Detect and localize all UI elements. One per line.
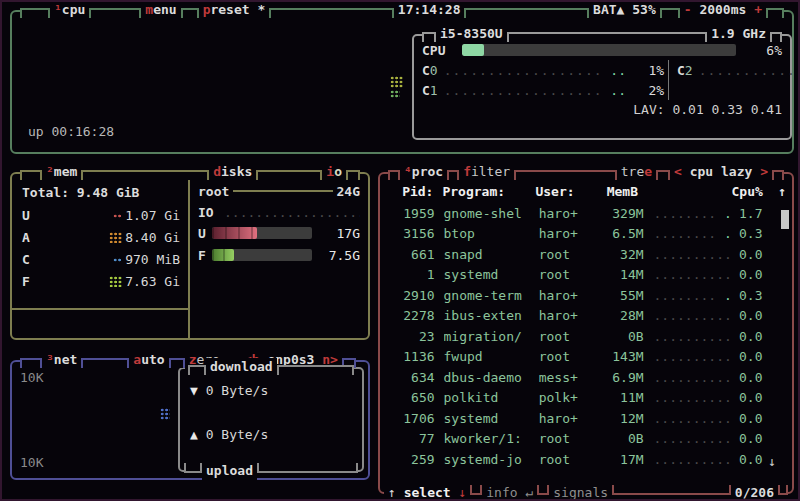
process-user: haro+: [539, 411, 595, 426]
process-cpu: 0.0: [739, 349, 770, 364]
border-stub: [20, 8, 50, 18]
border-stub: [447, 170, 459, 180]
header-program[interactable]: Program:: [442, 184, 535, 199]
process-cpu-graph: ..........: [644, 247, 739, 262]
mem-free-graph-dots: [109, 276, 122, 287]
sort-prev-arrow[interactable]: <: [674, 164, 682, 179]
process-pid: 3156: [386, 226, 435, 241]
process-row[interactable]: 1959 gnome-shel haro+ 329M ........ . 1.…: [386, 203, 786, 224]
process-row[interactable]: 2910 gnome-term haro+ 55M ........ . 0.3: [386, 285, 786, 306]
info-button[interactable]: info ↵: [482, 484, 537, 501]
panel-number: ⁴: [404, 164, 412, 179]
upload-title-row: upload: [184, 462, 358, 480]
preset-button[interactable]: preset *: [199, 1, 270, 19]
process-cpu: 0.0: [739, 247, 770, 262]
header-pid[interactable]: Pid:: [386, 184, 433, 199]
process-mem: 0B: [595, 431, 644, 446]
core-column-2: C2 .................. .. 15%: [668, 60, 800, 100]
process-cpu: 0.0: [739, 411, 770, 426]
mem-row-used: U 1.07 Gi: [22, 204, 180, 226]
interval-minus-button[interactable]: -: [684, 2, 692, 17]
process-name: systemd-jo: [444, 452, 539, 467]
process-cpu: 0.0: [739, 431, 770, 446]
core-row-c1: C1 .................. .. 2%: [422, 80, 664, 100]
select-control[interactable]: ↑ select ↓: [384, 484, 470, 501]
process-cpu: 0.0: [739, 370, 770, 385]
process-cpu-graph: ........ .: [644, 226, 739, 241]
net-scale-top: 10K: [20, 370, 43, 385]
process-row[interactable]: 1136 fwupd root 143M .......... 0.0: [386, 347, 786, 368]
disk-used-value: 17G: [320, 226, 360, 241]
net-scale-bottom: 10K: [20, 455, 43, 470]
io-toggle[interactable]: io: [322, 163, 346, 181]
process-name: btop: [444, 226, 539, 241]
process-row[interactable]: 23 migration/ root 0B .......... 0.0: [386, 326, 786, 347]
process-cpu: 0.0: [739, 329, 770, 344]
scroll-down-icon[interactable]: ↓: [768, 454, 776, 469]
tree-toggle[interactable]: tree: [617, 163, 656, 181]
cpu-detail-titles: i5-8350U 1.9 GHz: [422, 25, 782, 43]
process-pid: 1136: [386, 349, 435, 364]
process-row[interactable]: 1706 systemd haro+ 12M .......... 0.0: [386, 408, 786, 429]
menu-button[interactable]: menu: [141, 1, 180, 19]
process-cpu-graph: ........ .: [644, 206, 739, 221]
process-cpu-graph: ........ .: [644, 288, 739, 303]
process-name: kworker/1:: [444, 431, 539, 446]
process-user: haro+: [539, 206, 595, 221]
process-pid: 1959: [386, 206, 435, 221]
interval-plus-button[interactable]: +: [754, 2, 762, 17]
process-cpu-graph: ..........: [644, 452, 739, 467]
process-list: 1959 gnome-shel haro+ 329M ........ . 1.…: [386, 203, 786, 470]
process-row[interactable]: 259 systemd-jo root 17M .......... 0.0: [386, 449, 786, 470]
process-row[interactable]: 77 kworker/1: root 0B .......... 0.0: [386, 429, 786, 450]
process-row[interactable]: 634 dbus-daemo mess+ 6.9M .......... 0.0: [386, 367, 786, 388]
process-name: fwupd: [444, 349, 539, 364]
panel-number: ¹: [54, 2, 62, 17]
process-pid: 2278: [386, 308, 435, 323]
border-stub: [81, 170, 209, 180]
header-user[interactable]: User:: [535, 184, 590, 199]
process-cpu-graph: ..........: [644, 411, 739, 426]
border-stub: [256, 170, 322, 180]
proc-scrollbar[interactable]: [781, 210, 789, 229]
process-user: root: [539, 452, 595, 467]
border-stub: [277, 365, 354, 375]
core-column-1: C0 .................. .. 1% C1 .........…: [422, 60, 664, 100]
core-row-empty: [677, 80, 800, 100]
process-cpu-graph: ..........: [644, 390, 739, 405]
process-user: mess+: [539, 370, 595, 385]
process-mem: 6.5M: [595, 226, 644, 241]
header-mem[interactable]: MemB: [591, 184, 638, 199]
disk-root-header: root 24G: [198, 180, 360, 202]
sort-next-arrow[interactable]: >: [760, 164, 768, 179]
disks-toggle[interactable]: disks: [209, 163, 256, 181]
header-cpu[interactable]: Cpu%: [732, 184, 771, 199]
mem-available-graph-dots: [109, 232, 122, 243]
cpu-panel: ¹cpu menu preset * 17:14:28 BAT▲ 53% - 2…: [10, 10, 794, 154]
proc-table-header: Pid: Program: User: MemB Cpu% ↑: [386, 184, 786, 199]
mem-total: Total: 9.48 GiB: [22, 182, 180, 204]
process-mem: 55M: [595, 288, 644, 303]
process-pid: 2910: [386, 288, 435, 303]
border-stub: [656, 170, 670, 180]
interval-value: 2000ms: [699, 2, 746, 17]
process-row[interactable]: 650 polkitd polk+ 11M .......... 0.0: [386, 388, 786, 409]
scroll-up-icon[interactable]: ↑: [771, 184, 786, 199]
process-row[interactable]: 1 systemd root 14M .......... 0.0: [386, 265, 786, 286]
border-stub: [184, 463, 202, 473]
process-row[interactable]: 3156 btop haro+ 6.5M ........ . 0.3: [386, 224, 786, 245]
process-pid: 650: [386, 390, 435, 405]
sort-selector[interactable]: < cpu lazy >: [670, 163, 772, 181]
process-row[interactable]: 661 snapd root 32M .......... 0.0: [386, 244, 786, 265]
upload-speed: ▲ 0 Byte/s: [190, 427, 268, 442]
cpu-panel-title: ¹cpu: [50, 1, 89, 19]
process-row[interactable]: 2278 ibus-exten haro+ 28M .......... 0.0: [386, 306, 786, 327]
net-auto-toggle[interactable]: auto: [129, 351, 168, 369]
border-stub: [346, 170, 360, 180]
disk-free-bar: [212, 249, 312, 261]
filter-button[interactable]: filter: [459, 163, 514, 181]
core-row-c0: C0 .................. .. 1%: [422, 60, 664, 80]
net-speed-box: download ▼ 0 Byte/s ▲ 0 Byte/s upload: [178, 367, 364, 472]
clock: 17:14:28: [394, 1, 465, 19]
signals-button[interactable]: signals: [549, 484, 612, 501]
